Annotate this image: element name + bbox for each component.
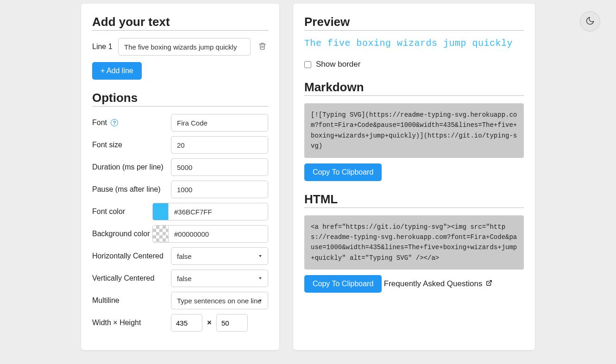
- copy-html-button[interactable]: Copy To Clipboard: [304, 275, 382, 293]
- font-input[interactable]: [171, 114, 268, 132]
- pause-input[interactable]: [171, 181, 268, 198]
- markdown-code[interactable]: [![Typing SVG](https://readme-typing-svg…: [304, 103, 524, 158]
- trash-icon: [258, 42, 266, 51]
- html-heading: HTML: [304, 192, 524, 208]
- vcenter-label: Vertically Centered: [92, 274, 154, 282]
- preview-heading: Preview: [304, 15, 524, 31]
- help-icon[interactable]: ?: [111, 119, 118, 126]
- font-color-input[interactable]: [168, 203, 268, 220]
- font-color-label: Font color: [92, 207, 125, 216]
- duration-label: Duration (ms per line): [92, 163, 163, 171]
- pause-label: Pause (ms after line): [92, 185, 161, 194]
- line-row-1: Line 1: [92, 38, 268, 56]
- font-color-swatch[interactable]: [152, 203, 168, 220]
- multiline-select[interactable]: Type sentences on one line: [171, 292, 268, 309]
- delete-line-button[interactable]: [256, 41, 268, 53]
- hcenter-label: Horizontally Centered: [92, 252, 163, 260]
- hcenter-select[interactable]: false: [171, 247, 268, 265]
- external-link-icon: [486, 279, 492, 289]
- show-border-label: Show border: [316, 60, 360, 69]
- line-1-label: Line 1: [92, 43, 113, 51]
- line-1-input[interactable]: [118, 38, 251, 56]
- moon-icon: [585, 16, 595, 27]
- add-line-button[interactable]: + Add line: [92, 62, 142, 80]
- faq-link[interactable]: Frequently Asked Questions: [384, 279, 493, 289]
- multiline-label: Multiline: [92, 296, 119, 305]
- width-input[interactable]: [171, 314, 202, 332]
- copy-markdown-button[interactable]: Copy To Clipboard: [304, 163, 382, 181]
- font-size-label: Font size: [92, 141, 122, 149]
- bg-color-label: Background color: [92, 230, 150, 238]
- add-text-heading: Add your text: [92, 15, 268, 31]
- font-size-input[interactable]: [171, 136, 268, 154]
- preview-text: The five boxing wizards jump quickly: [304, 38, 524, 49]
- options-heading: Options: [92, 91, 268, 107]
- theme-toggle-button[interactable]: [580, 11, 600, 31]
- font-label: Font: [92, 119, 107, 127]
- faq-label: Frequently Asked Questions: [384, 279, 483, 289]
- height-input[interactable]: [216, 314, 248, 332]
- bg-color-swatch[interactable]: [152, 225, 168, 243]
- html-code[interactable]: <a href="https://git.io/typing-svg"><img…: [304, 215, 524, 270]
- dimensions-separator: ×: [207, 318, 212, 327]
- left-panel: Add your text Line 1 + Add line Options …: [81, 4, 279, 350]
- right-panel: Preview The five boxing wizards jump qui…: [293, 4, 535, 350]
- bg-color-input[interactable]: [168, 225, 268, 243]
- markdown-heading: Markdown: [304, 80, 524, 96]
- dimensions-label: Width × Height: [92, 319, 141, 327]
- svg-line-0: [489, 281, 491, 283]
- show-border-checkbox[interactable]: [304, 61, 311, 68]
- vcenter-select[interactable]: false: [171, 270, 268, 287]
- duration-input[interactable]: [171, 158, 268, 176]
